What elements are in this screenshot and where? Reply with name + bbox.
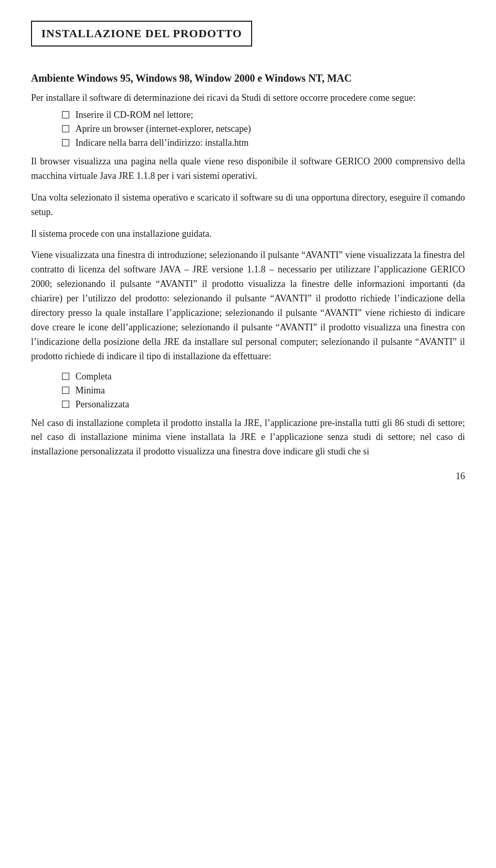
bullet-list: Inserire il CD-ROM nel lettore; Aprire u…: [62, 110, 465, 148]
checkbox-icon: [62, 111, 69, 118]
paragraph-1: Il browser visualizza una pagina nella q…: [31, 155, 465, 184]
checkbox-icon: [62, 401, 69, 408]
checkbox-icon: [62, 387, 69, 394]
list-item: Inserire il CD-ROM nel lettore;: [62, 110, 465, 120]
install-type-1: Completa: [75, 371, 112, 382]
paragraph-3: Il sistema procede con una installazione…: [31, 227, 465, 241]
bullet-text-2: Aprire un browser (internet-explorer, ne…: [75, 124, 251, 134]
list-item: Indicare nella barra dell’indirizzo: ins…: [62, 138, 465, 148]
page-container: INSTALLAZIONE DEL PRODOTTO Ambiente Wind…: [0, 0, 496, 497]
checkbox-icon: [62, 139, 69, 146]
bullet-text-1: Inserire il CD-ROM nel lettore;: [75, 110, 193, 120]
checkbox-icon: [62, 373, 69, 380]
section-subtitle: Ambiente Windows 95, Windows 98, Window …: [31, 72, 465, 84]
list-item: Aprire un browser (internet-explorer, ne…: [62, 124, 465, 134]
paragraph-5: Nel caso di installazione completa il pr…: [31, 416, 465, 460]
install-type-3: Personalizzata: [75, 399, 129, 410]
page-title: INSTALLAZIONE DEL PRODOTTO: [41, 27, 242, 40]
install-type-2: Minima: [75, 385, 105, 396]
page-number: 16: [456, 471, 465, 482]
bullet-text-3: Indicare nella barra dell’indirizzo: ins…: [75, 138, 249, 148]
install-type-list: Completa Minima Personalizzata: [62, 371, 465, 410]
paragraph-4: Viene visualizzata una finestra di intro…: [31, 248, 465, 363]
list-item: Personalizzata: [62, 399, 465, 410]
paragraph-2: Una volta selezionato il sistema operati…: [31, 191, 465, 220]
intro-text: Per installare il software di determinaz…: [31, 93, 465, 103]
list-item: Completa: [62, 371, 465, 382]
page-header: INSTALLAZIONE DEL PRODOTTO: [31, 21, 252, 47]
checkbox-icon: [62, 125, 69, 132]
list-item: Minima: [62, 385, 465, 396]
